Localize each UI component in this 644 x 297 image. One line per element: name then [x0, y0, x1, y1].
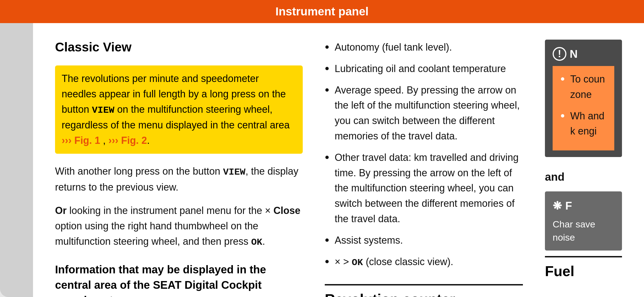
warning-panel-partial-text: N [570, 46, 578, 62]
left-column: Classic View The revolutions per minute … [55, 40, 303, 286]
body2-text2: option using the right hand thumbwheel o… [55, 220, 258, 247]
fig2-link[interactable]: ››› Fig. 2 [108, 135, 147, 146]
revolution-counter-title: Revolution counter [325, 291, 523, 297]
body-paragraph-1: With another long press on the button VI… [55, 164, 303, 195]
body2-close: Close [273, 205, 300, 216]
and-text: and [545, 168, 622, 186]
list-item: Assist systems. [325, 233, 523, 248]
snowflake-panel: ❋ F Char save noise [545, 191, 622, 251]
ok-keyword: OK [352, 257, 363, 268]
warning-icon: ! [553, 47, 566, 61]
warning-exclamation: ! [558, 47, 561, 61]
body2-end: . [262, 236, 265, 247]
orange-list-item-2: Wh and k engi [560, 108, 607, 139]
snowflake-panel-label: F [565, 198, 572, 213]
page-content: Classic View The revolutions per minute … [33, 23, 644, 297]
snowflake-panel-header: ❋ F [553, 198, 614, 213]
orange-bullet-list: To coun zone Wh and k engi [560, 72, 607, 139]
body1-pre: With another long press on the button [55, 166, 223, 177]
body2-ok-keyword: OK [251, 237, 262, 248]
page-header: Instrument panel [0, 0, 644, 23]
body2-or: Or [55, 205, 67, 216]
main-content: Classic View The revolutions per minute … [0, 23, 644, 297]
right-column: Autonomy (fuel tank level). Lubricating … [325, 40, 523, 286]
bullet-list: Autonomy (fuel tank level). Lubricating … [325, 40, 523, 276]
info-heading: Information that may be displayed in the… [55, 262, 303, 297]
fuel-section-title: Fuel [545, 256, 622, 279]
list-item: × > OK (close classic view). [325, 254, 523, 270]
list-item: Average speed. By pressing the arrow on … [325, 82, 523, 144]
list-item: Other travel data: km travelled and driv… [325, 150, 523, 227]
warning-panel: ! N To coun zone Wh and k engi [545, 40, 622, 157]
orange-sub-panel: To coun zone Wh and k engi [553, 66, 614, 150]
snowflake-body-text: Char save noise [553, 218, 614, 244]
far-right-column: ! N To coun zone Wh and k engi and ❋ [545, 40, 622, 286]
revolution-counter-section: Revolution counter [325, 284, 523, 297]
body2-text1: looking in the instrument panel menu for… [67, 205, 273, 216]
section-title-classic-view: Classic View [55, 40, 303, 54]
highlight-keyword-view: VIEW [92, 105, 114, 116]
highlight-block: The revolutions per minute and speedomet… [55, 65, 303, 154]
body1-keyword-view: VIEW [223, 167, 245, 177]
fig1-link[interactable]: ››› Fig. 1 [62, 135, 100, 146]
orange-list-item-1: To coun zone [560, 72, 607, 102]
highlight-period: . [147, 135, 150, 146]
list-item: Lubricating oil and coolant temperature [325, 61, 523, 76]
body-paragraph-2: Or looking in the instrument panel menu … [55, 203, 303, 249]
highlight-comma: , [100, 135, 108, 146]
list-item: Autonomy (fuel tank level). [325, 40, 523, 55]
warning-panel-header: ! N [553, 46, 614, 62]
snowflake-icon: ❋ [553, 198, 562, 213]
left-tab-decoration [0, 23, 33, 297]
